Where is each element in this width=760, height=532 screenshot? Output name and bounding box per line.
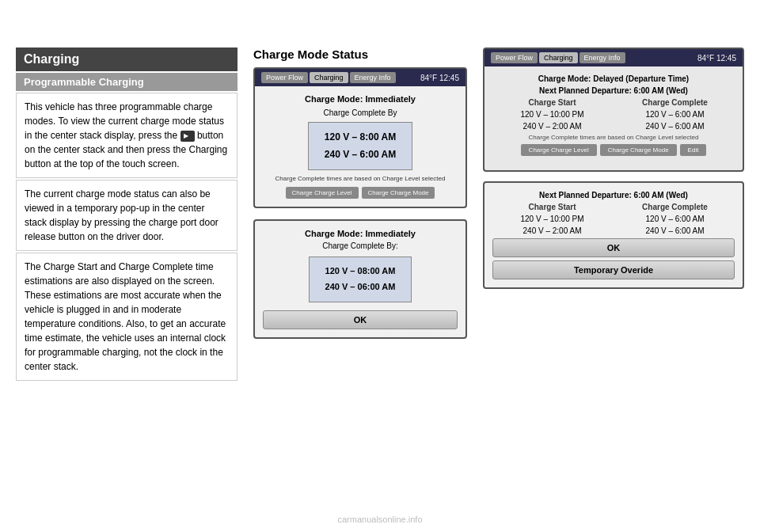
page-container: Charging Programmable Charging This vehi… xyxy=(0,0,760,532)
row1-start: 120 V – 10:00 PM xyxy=(492,110,612,119)
popup-mockup: Charge Mode: Immediately Charge Complete… xyxy=(253,219,467,339)
charge-complete-header: Charge Complete xyxy=(615,98,735,107)
row2-start: 240 V – 2:00 AM xyxy=(492,122,612,131)
text-block-3: The Charge Start and Charge Complete tim… xyxy=(16,253,238,381)
right-popup-row2-complete: 240 V – 6:00 AM xyxy=(615,226,735,235)
right-screen-buttons: Charge Charge Level Charge Charge Mode E… xyxy=(492,144,735,156)
screen-mode-label: Charge Mode: Immediately xyxy=(263,94,458,104)
right-popup-ok-btn[interactable]: OK xyxy=(492,238,735,257)
right-popup: Next Planned Departure: 6:00 AM (Wed) Ch… xyxy=(483,181,744,289)
right-popup-complete-header: Charge Complete xyxy=(615,203,735,211)
right-tab-power-flow[interactable]: Power Flow xyxy=(491,52,538,63)
text-block-2: The current charge mode status can also … xyxy=(16,180,238,251)
row1-complete: 120 V – 6:00 AM xyxy=(615,110,735,119)
screen-note: Charge Complete times are based on Charg… xyxy=(263,175,458,182)
tab-energy-info[interactable]: Energy Info xyxy=(350,72,396,83)
right-tab-energy-info[interactable]: Energy Info xyxy=(580,52,625,63)
popup-times-box: 120 V – 08:00 AM 240 V – 06:00 AM xyxy=(309,256,412,302)
planned-departure-label: Next Planned Departure: 6:00 AM (Wed) xyxy=(492,86,735,95)
popup-time2: 240 V – 06:00 AM xyxy=(325,279,396,295)
popup-complete-label: Charge Complete By: xyxy=(263,241,458,250)
screen-time: 84°F 12:45 xyxy=(420,74,459,82)
screen-buttons: Charge Charge Level Charge Charge Mode xyxy=(263,187,458,199)
right-charge-note: Charge Complete times are based on Charg… xyxy=(492,134,735,141)
charge-mode-btn[interactable]: Charge Charge Mode xyxy=(362,187,435,199)
tab-power-flow[interactable]: Power Flow xyxy=(261,72,308,83)
charge-grid-headers: Charge Start Charge Complete 120 V – 10:… xyxy=(492,98,735,131)
info-section-1: Charge Mode: Delayed (Departure Time) Ne… xyxy=(492,74,735,156)
popup-ok-btn[interactable]: OK xyxy=(263,310,458,329)
screen-header: Power Flow Charging Energy Info 84°F 12:… xyxy=(255,69,466,86)
right-bottom-buttons: OK Temporary Overide xyxy=(492,238,735,279)
right-screen-tabs: Power Flow Charging Energy Info xyxy=(491,52,625,63)
right-popup-row2-start: 240 V – 2:00 AM xyxy=(492,226,612,235)
right-popup-override-btn[interactable]: Temporary Overide xyxy=(492,260,735,279)
charge-mode-status-title: Charge Mode Status xyxy=(253,48,467,61)
right-popup-departure: Next Planned Departure: 6:00 AM (Wed) xyxy=(492,191,735,200)
screen-times-box: 120 V – 8:00 AM 240 V – 6:00 AM xyxy=(308,122,412,170)
main-screen-mockup: Power Flow Charging Energy Info 84°F 12:… xyxy=(253,67,467,208)
right-screen-header: Power Flow Charging Energy Info 84°F 12:… xyxy=(484,49,743,66)
right-popup-body: Next Planned Departure: 6:00 AM (Wed) Ch… xyxy=(484,183,743,287)
charge-start-header: Charge Start xyxy=(492,98,612,107)
screen-body: Charge Mode: Immediately Charge Complete… xyxy=(255,86,466,207)
right-edit-btn[interactable]: Edit xyxy=(680,144,707,156)
popup-mode-label: Charge Mode: Immediately xyxy=(263,229,458,238)
right-column: Power Flow Charging Energy Info 84°F 12:… xyxy=(483,48,744,500)
watermark: carmanualsonline.info xyxy=(337,515,422,524)
right-charge-mode-btn[interactable]: Charge Charge Mode xyxy=(600,144,677,156)
section-title: Charging xyxy=(16,48,238,71)
button-icon xyxy=(180,131,195,142)
right-screen: Power Flow Charging Energy Info 84°F 12:… xyxy=(483,48,744,172)
subsection-title: Programmable Charging xyxy=(16,73,238,91)
right-popup-start-header: Charge Start xyxy=(492,203,612,211)
popup-body: Charge Mode: Immediately Charge Complete… xyxy=(255,221,466,337)
text-block-1: This vehicle has three programmable char… xyxy=(16,93,238,178)
right-popup-row1-start: 120 V – 10:00 PM xyxy=(492,215,612,223)
charge-mode-info-title: Charge Mode: Delayed (Departure Time) xyxy=(492,74,735,83)
right-tab-charging[interactable]: Charging xyxy=(539,52,578,63)
tab-charging[interactable]: Charging xyxy=(310,72,348,83)
right-screen-time: 84°F 12:45 xyxy=(697,54,736,63)
right-screen-body: Charge Mode: Delayed (Departure Time) Ne… xyxy=(484,66,743,170)
screen-complete-label: Charge Complete By xyxy=(263,108,458,117)
screen-time1: 120 V – 8:00 AM xyxy=(325,129,396,146)
right-popup-row1-complete: 120 V – 6:00 AM xyxy=(615,215,735,223)
middle-column: Charge Mode Status Power Flow Charging E… xyxy=(253,48,467,500)
screen-time2: 240 V – 6:00 AM xyxy=(325,146,396,164)
right-charge-level-btn[interactable]: Charge Charge Level xyxy=(521,144,597,156)
right-popup-grid: Charge Start Charge Complete 120 V – 10:… xyxy=(492,203,735,235)
popup-time1: 120 V – 08:00 AM xyxy=(325,264,396,279)
left-column: Charging Programmable Charging This vehi… xyxy=(16,48,238,500)
row2-complete: 240 V – 6:00 AM xyxy=(615,122,735,131)
screen-tabs: Power Flow Charging Energy Info xyxy=(261,72,396,83)
charge-level-btn[interactable]: Charge Charge Level xyxy=(286,187,359,199)
